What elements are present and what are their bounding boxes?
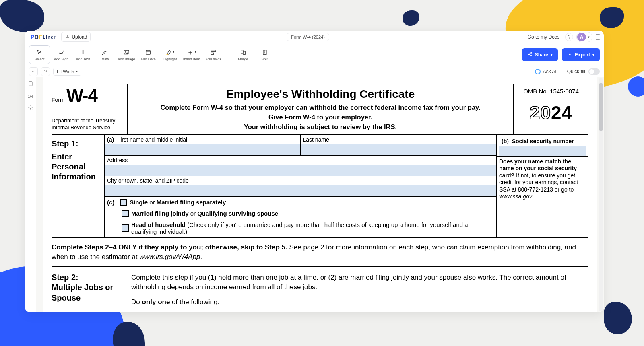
text-icon: T [81, 48, 85, 56]
last-name-label: Last name [301, 135, 496, 144]
tool-draw[interactable]: Draw [94, 45, 115, 64]
upload-button[interactable]: Upload [61, 32, 91, 42]
step2-body-2: Do only one of the following. [131, 297, 588, 307]
step2-number: Step 2: [52, 273, 131, 282]
page-content: Form W-4 Department of the Treasury Inte… [43, 77, 597, 312]
tool-add-fields[interactable]: Add fields [203, 45, 224, 64]
ask-ai-button[interactable]: Ask AI [535, 69, 557, 74]
svg-rect-3 [211, 50, 216, 51]
city-input[interactable] [105, 185, 496, 196]
vertical-scrollbar[interactable] [599, 78, 603, 311]
upload-label: Upload [72, 34, 87, 40]
form-title: Employee's Withholding Certificate [132, 88, 509, 101]
form-code: W-4 [66, 86, 97, 105]
toolbar: Select Add Sign T Add Text Draw Add Imag… [25, 43, 604, 66]
c-label: (c) [107, 199, 118, 206]
zoom-fit-dropdown[interactable]: Fit Width ▾ [53, 68, 81, 76]
avatar: A [577, 33, 586, 41]
checkbox-single[interactable] [120, 199, 127, 206]
split-icon [262, 48, 268, 56]
pencil-icon [101, 48, 108, 56]
form-year: 2024 [516, 102, 586, 124]
quickfill-toggle: Quick fill [567, 68, 600, 75]
city-label: City or town, state, and ZIP code [105, 176, 496, 185]
tool-add-sign[interactable]: Add Sign [51, 45, 72, 64]
tool-split[interactable]: Split [254, 45, 275, 64]
export-button[interactable]: Export ▾ [562, 48, 600, 61]
form-instr-1: Complete Form W-4 so that your employer … [132, 103, 509, 113]
document-title-chip[interactable]: Form W-4 (2024) [287, 33, 329, 41]
app-logo: PDFLiner [29, 34, 57, 40]
quickfill-switch[interactable] [588, 68, 600, 75]
goto-docs-link[interactable]: Go to my Docs [525, 33, 562, 41]
tool-add-image[interactable]: Add Image [116, 45, 137, 64]
help-button[interactable]: ? [565, 33, 573, 41]
svg-rect-6 [243, 51, 245, 54]
svg-rect-2 [146, 50, 151, 54]
chevron-down-icon: ▾ [76, 70, 78, 73]
calendar-icon [145, 48, 151, 56]
ssn-label: Social security number [512, 138, 574, 144]
svg-point-9 [530, 52, 531, 53]
tool-add-text[interactable]: T Add Text [72, 45, 93, 64]
form-label: Form [52, 97, 65, 103]
upload-icon [65, 34, 70, 40]
svg-point-8 [528, 54, 529, 54]
tool-insert-item[interactable]: ＋▾ Insert Item [181, 45, 202, 64]
left-rail: 1/4 [25, 77, 36, 312]
share-icon [527, 51, 533, 58]
ssn-input[interactable] [499, 146, 586, 156]
svg-rect-11 [29, 82, 32, 86]
more-grip-icon[interactable] [596, 34, 600, 40]
app-window: PDFLiner Upload Form W-4 (2024) Go to my… [25, 31, 604, 312]
dept-line1: Department of the Treasury [52, 117, 125, 124]
step2-body-1: Complete this step if you (1) hold more … [131, 273, 588, 292]
dept-line2: Internal Revenue Service [52, 124, 125, 131]
workspace: 1/4 Form W-4 Department of the Treasury … [25, 77, 604, 312]
step1-number: Step 1: [52, 139, 102, 148]
account-menu[interactable]: A ▾ [576, 32, 592, 42]
highlighter-icon: ▾ [165, 48, 174, 56]
settings-gear-icon[interactable] [28, 105, 33, 112]
export-label: Export [575, 52, 590, 58]
last-name-input[interactable] [301, 144, 496, 155]
omb-number: OMB No. 1545-0074 [516, 88, 586, 95]
first-name-label: First name and middle initial [117, 136, 187, 143]
address-label: Address [105, 156, 496, 165]
undo-button[interactable]: ↶ [29, 67, 38, 76]
form-instr-2: Give Form W-4 to your employer. [132, 113, 509, 122]
image-icon [123, 48, 130, 56]
sub-toolbar: ↶ ↷ Fit Width ▾ Ask AI Quick fill [25, 66, 604, 77]
step2-title: Multiple Jobs or Spouse [52, 282, 131, 303]
ai-icon [535, 69, 541, 74]
tool-add-date[interactable]: Add Date [138, 45, 159, 64]
address-input[interactable] [105, 165, 496, 176]
share-button[interactable]: Share ▾ [522, 48, 558, 61]
merge-icon [240, 48, 246, 56]
download-icon [567, 51, 572, 58]
name-match-note: Does your name match the name on your so… [499, 157, 586, 200]
steps-2-4-note: Complete Steps 2–4 ONLY if they apply to… [52, 238, 588, 268]
svg-point-12 [30, 107, 31, 109]
chevron-down-icon: ▾ [588, 35, 590, 39]
tool-highlight[interactable]: ▾ Highlight [159, 45, 180, 64]
chevron-down-icon: ▾ [551, 53, 553, 57]
step1-title: Enter Personal Information [52, 152, 102, 182]
first-name-input[interactable] [105, 144, 300, 155]
svg-rect-4 [211, 53, 214, 54]
page-indicator: 1/4 [28, 95, 33, 99]
scrollbar-thumb[interactable] [599, 83, 603, 131]
checkbox-mfj[interactable] [122, 210, 129, 217]
svg-point-1 [125, 51, 126, 52]
svg-point-10 [530, 55, 531, 56]
page-thumb-icon[interactable] [28, 80, 33, 88]
tool-merge[interactable]: Merge [233, 45, 254, 64]
chevron-down-icon: ▾ [592, 53, 594, 57]
checkbox-hoh[interactable] [122, 224, 129, 232]
share-label: Share [535, 52, 548, 58]
fields-icon [210, 48, 217, 56]
redo-button[interactable]: ↷ [41, 67, 50, 76]
signature-icon [58, 48, 64, 56]
tool-select[interactable]: Select [29, 45, 50, 64]
document-canvas[interactable]: Form W-4 Department of the Treasury Inte… [36, 77, 604, 312]
